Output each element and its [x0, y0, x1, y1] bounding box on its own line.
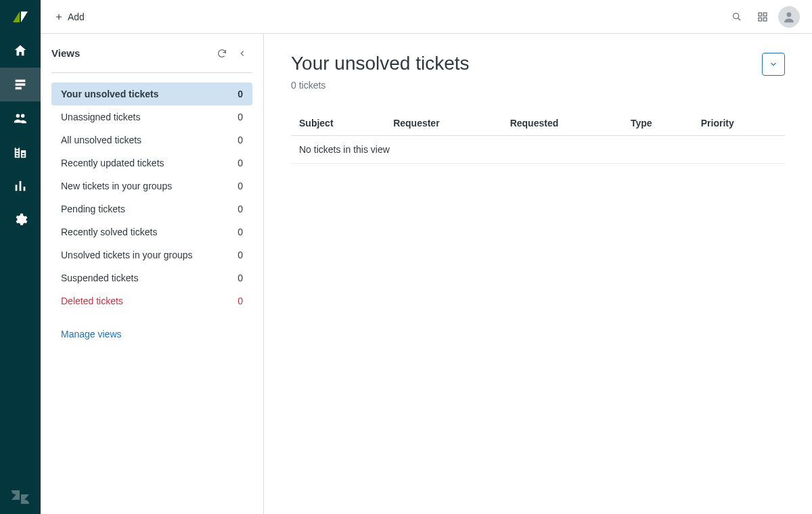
views-header: Views	[51, 34, 252, 73]
svg-marker-0	[13, 11, 20, 22]
nav-admin[interactable]	[0, 203, 41, 237]
page-title: Your unsolved tickets	[291, 53, 785, 74]
view-row[interactable]: Pending tickets0	[51, 197, 252, 220]
add-button[interactable]: Add	[49, 7, 90, 26]
nav-organizations[interactable]	[0, 135, 41, 169]
svg-line-3	[738, 18, 741, 20]
apps-button[interactable]	[750, 4, 775, 30]
svg-rect-7	[763, 18, 767, 21]
svg-marker-1	[21, 11, 28, 22]
view-row-label: Pending tickets	[61, 204, 238, 214]
avatar[interactable]	[778, 6, 800, 28]
views-title: Views	[51, 47, 212, 59]
view-row-count: 0	[238, 135, 243, 145]
view-row-label: Unsolved tickets in your groups	[61, 250, 238, 260]
topbar: Add	[41, 0, 812, 34]
view-row-label: Recently updated tickets	[61, 158, 238, 168]
empty-message: No tickets in this view	[291, 136, 785, 164]
view-row-count: 0	[238, 296, 243, 306]
search-icon	[731, 11, 742, 22]
chevron-left-icon	[238, 49, 247, 58]
search-button[interactable]	[724, 4, 750, 30]
table-column-header[interactable]: Priority	[693, 111, 785, 136]
view-row[interactable]: All unsolved tickets0	[51, 128, 252, 151]
view-row[interactable]: Unassigned tickets0	[51, 106, 252, 128]
view-row-count: 0	[238, 158, 243, 168]
view-row[interactable]: New tickets in your groups0	[51, 174, 252, 197]
view-row-count: 0	[238, 250, 243, 260]
table-header-row: SubjectRequesterRequestedTypePriority	[291, 111, 785, 136]
refresh-views-button[interactable]	[212, 43, 232, 64]
nav-customers[interactable]	[0, 101, 41, 135]
view-row-count: 0	[238, 204, 243, 214]
view-row-label: Unassigned tickets	[61, 112, 238, 122]
nav-rail	[0, 0, 41, 514]
view-row-count: 0	[238, 181, 243, 191]
view-row-count: 0	[238, 89, 243, 99]
content-row: Views Your unsolved tickets0Unassigned t…	[41, 34, 812, 514]
view-row[interactable]: Suspended tickets0	[51, 266, 252, 289]
view-row-count: 0	[238, 112, 243, 122]
product-logo	[0, 0, 41, 34]
nav-views[interactable]	[0, 68, 41, 101]
view-row-label: Suspended tickets	[61, 273, 238, 283]
view-row[interactable]: Unsolved tickets in your groups0	[51, 243, 252, 266]
collapse-views-button[interactable]	[232, 43, 252, 64]
add-button-label: Add	[68, 11, 85, 22]
view-row-count: 0	[238, 273, 243, 283]
view-row[interactable]: Deleted tickets0	[51, 289, 252, 312]
page-subtitle: 0 tickets	[291, 80, 785, 91]
svg-point-8	[787, 12, 792, 17]
manage-views-link[interactable]: Manage views	[61, 329, 122, 340]
view-row[interactable]: Recently updated tickets0	[51, 151, 252, 174]
view-row-label: Deleted tickets	[61, 296, 238, 306]
refresh-icon	[217, 48, 227, 59]
tickets-table: SubjectRequesterRequestedTypePriority No…	[291, 111, 785, 164]
app-body: Add Views Your unsolved tickets	[41, 0, 812, 514]
main-area: Your unsolved tickets 0 tickets SubjectR…	[264, 34, 812, 514]
view-row-label: All unsolved tickets	[61, 135, 238, 145]
svg-rect-6	[759, 18, 762, 21]
nav-home[interactable]	[0, 34, 41, 68]
user-icon	[782, 10, 796, 24]
view-row-label: Recently solved tickets	[61, 227, 238, 237]
apps-icon	[757, 11, 768, 22]
view-row-label: New tickets in your groups	[61, 181, 238, 191]
table-empty-row: No tickets in this view	[291, 136, 785, 164]
view-row-count: 0	[238, 227, 243, 237]
nav-reporting[interactable]	[0, 169, 41, 203]
svg-point-2	[734, 13, 739, 18]
view-options-button[interactable]	[762, 53, 785, 76]
nav-zendesk-icon[interactable]	[0, 480, 41, 514]
views-list: Your unsolved tickets0Unassigned tickets…	[51, 83, 252, 312]
table-column-header[interactable]: Type	[623, 111, 693, 136]
chevron-down-icon	[769, 60, 778, 69]
plus-icon	[54, 12, 64, 22]
table-column-header[interactable]: Requested	[502, 111, 623, 136]
svg-rect-4	[759, 13, 762, 16]
view-row[interactable]: Your unsolved tickets0	[51, 83, 252, 106]
view-row[interactable]: Recently solved tickets0	[51, 220, 252, 243]
table-column-header[interactable]: Requester	[385, 111, 502, 136]
svg-rect-5	[763, 13, 767, 16]
view-row-label: Your unsolved tickets	[61, 89, 238, 99]
views-panel: Views Your unsolved tickets0Unassigned t…	[41, 34, 264, 514]
table-column-header[interactable]: Subject	[291, 111, 385, 136]
